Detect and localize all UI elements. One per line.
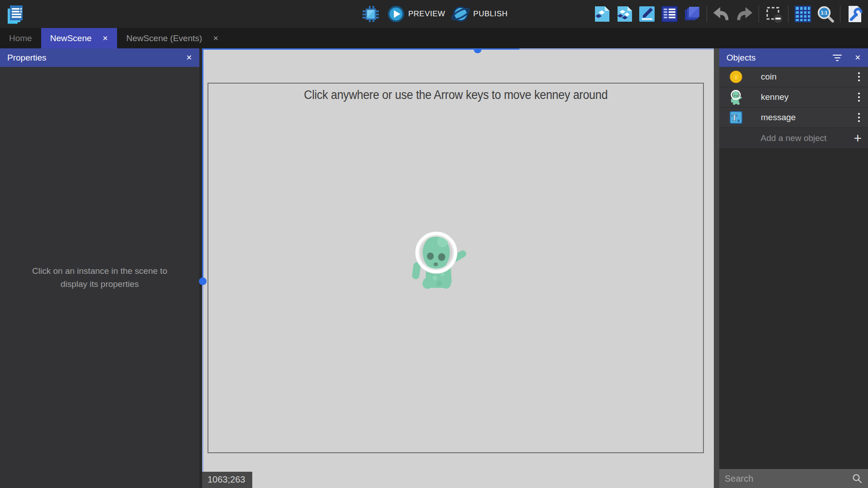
objects-title: Objects xyxy=(726,53,755,63)
zoom-original-button[interactable]: 1:1 xyxy=(815,4,836,24)
objects-search-input[interactable] xyxy=(725,474,852,484)
publish-button[interactable]: PUBLISH xyxy=(452,5,508,23)
publish-globe-icon xyxy=(452,5,470,23)
object-row-coin[interactable]: i coin xyxy=(719,67,868,87)
toolbar-separator xyxy=(788,5,788,23)
toggle-grid-button[interactable] xyxy=(793,4,813,24)
selection-border-left xyxy=(202,48,203,488)
search-icon[interactable] xyxy=(852,473,863,484)
tab-newscene-events[interactable]: NewScene (Events) ✕ xyxy=(117,28,227,48)
canvas-right-divider[interactable] xyxy=(714,48,719,488)
message-object-icon: T x xyxy=(728,111,744,124)
objects-search-bar xyxy=(719,469,868,488)
tab-home[interactable]: Home xyxy=(0,28,41,48)
open-object-groups-button[interactable] xyxy=(614,4,635,24)
open-scene-properties-button[interactable] xyxy=(637,4,657,24)
toolbar-right-group: 1:1 xyxy=(591,0,865,28)
object-row-message[interactable]: T x message xyxy=(719,108,868,128)
object-menu-kebab-icon[interactable] xyxy=(856,91,862,103)
tab-newscene-events-label: NewScene (Events) xyxy=(126,33,202,43)
svg-text:i: i xyxy=(735,74,736,80)
tab-home-label: Home xyxy=(9,33,32,43)
toolbar-separator xyxy=(840,5,840,23)
objects-editor-icon xyxy=(592,4,612,24)
properties-close-icon[interactable]: ✕ xyxy=(186,53,192,62)
properties-title: Properties xyxy=(7,53,47,63)
tab-newscene[interactable]: NewScene ✕ xyxy=(41,28,117,48)
preview-button[interactable]: PREVIEW xyxy=(387,5,445,23)
undo-button[interactable] xyxy=(711,4,732,24)
top-toolbar: PREVIEW PUBLISH xyxy=(0,0,868,28)
scene-canvas[interactable]: Click anywhere or use the Arrow keys to … xyxy=(202,48,714,488)
properties-panel: Properties ✕ Click on an instance in the… xyxy=(0,48,199,488)
objects-close-icon[interactable]: ✕ xyxy=(855,53,861,62)
tab-newscene-events-close-icon[interactable]: ✕ xyxy=(213,34,219,42)
kenney-object-icon xyxy=(728,89,744,105)
open-instances-list-button[interactable] xyxy=(659,4,680,24)
add-object-label: Add a new object xyxy=(761,133,827,143)
wrench-page-icon xyxy=(845,4,865,24)
properties-body: Click on an instance in the scene to dis… xyxy=(0,67,199,488)
instances-list-icon xyxy=(660,4,679,24)
objects-panel-header: Objects ✕ xyxy=(719,48,868,67)
object-label: coin xyxy=(761,72,777,82)
redo-icon xyxy=(734,5,755,23)
toolbar-separator xyxy=(707,5,707,23)
object-label: message xyxy=(761,113,796,122)
object-menu-kebab-icon[interactable] xyxy=(856,111,862,124)
clear-selection-button[interactable] xyxy=(763,4,784,24)
project-manager-button[interactable] xyxy=(4,2,27,26)
layers-icon xyxy=(682,4,702,24)
toolbar-center-group: PREVIEW PUBLISH xyxy=(360,0,508,28)
object-label: kenney xyxy=(761,92,788,102)
debugger-button[interactable] xyxy=(360,4,381,24)
filter-icon[interactable] xyxy=(833,55,842,61)
undo-icon xyxy=(711,5,732,23)
selection-border-top xyxy=(202,48,714,50)
object-menu-kebab-icon[interactable] xyxy=(856,70,862,83)
objects-empty-space xyxy=(719,148,868,469)
plus-icon[interactable]: + xyxy=(854,131,862,145)
grid-icon xyxy=(793,4,813,24)
main-area: Properties ✕ Click on an instance in the… xyxy=(0,48,868,488)
project-manager-icon xyxy=(5,3,26,25)
open-objects-editor-button[interactable] xyxy=(591,4,612,24)
svg-text:T: T xyxy=(731,113,737,122)
toolbar-separator xyxy=(759,5,759,23)
preview-play-icon xyxy=(387,5,405,23)
publish-label: PUBLISH xyxy=(473,9,508,19)
deselect-icon xyxy=(764,4,783,24)
object-groups-icon xyxy=(614,4,634,24)
properties-empty-message: Click on an instance in the scene to dis… xyxy=(21,264,179,291)
object-row-kenney[interactable]: kenney xyxy=(719,87,868,108)
open-layers-button[interactable] xyxy=(682,4,703,24)
tab-newscene-close-icon[interactable]: ✕ xyxy=(103,34,108,42)
svg-text:x: x xyxy=(737,117,740,123)
preview-label: PREVIEW xyxy=(408,9,445,19)
selection-handle-left[interactable] xyxy=(199,277,207,285)
kenney-character-instance[interactable] xyxy=(409,225,469,291)
zoom-1-1-icon: 1:1 xyxy=(816,4,835,24)
scene-instruction-text: Click anywhere or use the Arrow keys to … xyxy=(208,88,703,102)
svg-text:1:1: 1:1 xyxy=(821,10,828,15)
redo-button[interactable] xyxy=(734,4,755,24)
objects-panel: Objects ✕ i coin xyxy=(719,48,868,488)
scene-settings-button[interactable] xyxy=(844,4,865,24)
selection-handle-top[interactable] xyxy=(474,49,481,53)
properties-panel-header: Properties ✕ xyxy=(0,48,199,67)
add-object-button[interactable]: Add a new object + xyxy=(719,128,868,148)
debug-chip-icon xyxy=(362,5,380,23)
cursor-coordinates-badge: 1063;263 xyxy=(202,472,252,488)
edit-properties-icon xyxy=(637,4,657,24)
coin-object-icon: i xyxy=(728,70,744,84)
editor-tabbar: Home NewScene ✕ NewScene (Events) ✕ xyxy=(0,28,868,48)
tab-newscene-label: NewScene xyxy=(50,33,92,43)
